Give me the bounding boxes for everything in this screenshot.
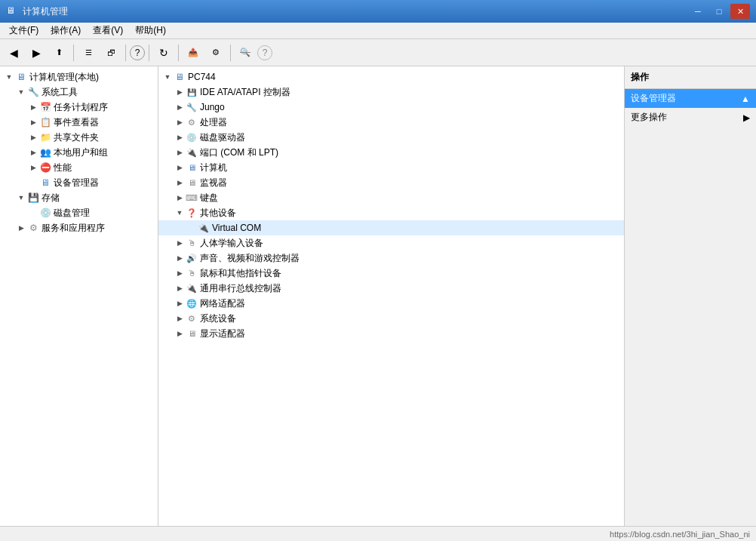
toggle-computer[interactable]: ▶ — [174, 161, 186, 174]
export-button[interactable]: 📤 — [183, 42, 204, 63]
left-root-label: 计算机管理(本地) — [29, 71, 99, 84]
status-url: https://blog.csdn.net/3hi_jian_Shao_ni — [610, 530, 750, 539]
toggle-devmgr[interactable] — [27, 177, 39, 189]
toggle-proc[interactable]: ▶ — [174, 116, 186, 128]
options-button[interactable]: ⚙ — [205, 42, 226, 63]
toggle-netadpt[interactable]: ▶ — [174, 297, 186, 309]
help-button-2[interactable]: ? — [257, 45, 272, 60]
other-icon: ❓ — [186, 207, 198, 219]
left-services[interactable]: ▶ ⚙ 服务和应用程序 — [0, 220, 158, 235]
center-usb[interactable]: ▶ 🔌 通用串行总线控制器 — [158, 281, 624, 296]
toggle-tasks[interactable]: ▶ — [27, 101, 39, 113]
center-display[interactable]: ▶ 🖥 显示适配器 — [158, 326, 624, 341]
center-monitor-label: 监视器 — [200, 177, 227, 189]
toggle-shares[interactable]: ▶ — [27, 131, 39, 143]
center-diskdrv[interactable]: ▶ 💿 磁盘驱动器 — [158, 130, 624, 145]
toggle-sysdev[interactable]: ▶ — [174, 312, 186, 324]
center-monitor[interactable]: ▶ 🖥 监视器 — [158, 175, 624, 190]
left-shares[interactable]: ▶ 📁 共享文件夹 — [0, 130, 158, 145]
console-button[interactable]: 🗗 — [100, 42, 121, 63]
center-computer-label: 计算机 — [200, 161, 227, 174]
more-actions-button[interactable]: 更多操作 ▶ — [625, 108, 756, 127]
left-perf[interactable]: ▶ ⛔ 性能 — [0, 160, 158, 175]
toggle-perf[interactable]: ▶ — [27, 161, 39, 174]
center-netadpt[interactable]: ▶ 🌐 网络适配器 — [158, 296, 624, 311]
left-tasks-label: 任务计划程序 — [54, 101, 108, 114]
forward-button[interactable]: ▶ — [26, 42, 47, 63]
center-port-label: 端口 (COM 和 LPT) — [200, 146, 278, 159]
toggle-diskmgr[interactable] — [27, 207, 39, 219]
hid-icon: 🖱 — [186, 237, 198, 249]
minimize-button[interactable]: ─ — [688, 4, 708, 19]
toggle-services[interactable]: ▶ — [15, 222, 27, 234]
left-localusers[interactable]: ▶ 👥 本地用户和组 — [0, 145, 158, 160]
menu-help[interactable]: 帮助(H) — [129, 23, 172, 38]
up-button[interactable]: ⬆ — [48, 42, 69, 63]
devmgr-icon: 🖥 — [39, 177, 51, 189]
right-panel-header: 操作 — [625, 66, 756, 89]
center-jungo[interactable]: ▶ 🔧 Jungo — [158, 100, 624, 115]
center-virtualcom[interactable]: 🔌 Virtual COM — [158, 220, 624, 235]
toggle-virtualcom — [186, 222, 198, 234]
center-sound[interactable]: ▶ 🔊 声音、视频和游戏控制器 — [158, 251, 624, 266]
center-port[interactable]: ▶ 🔌 端口 (COM 和 LPT) — [158, 145, 624, 160]
computer2-icon: 🖥 — [186, 161, 198, 174]
toggle-storage[interactable]: ▼ — [15, 192, 27, 204]
center-proc[interactable]: ▶ ⚙ 处理器 — [158, 115, 624, 130]
main-container: ▼ 🖥 计算机管理(本地) ▼ 🔧 系统工具 ▶ 📅 任务计划程序 ▶ 📋 事件… — [0, 66, 756, 526]
toggle-mouse[interactable]: ▶ — [174, 267, 186, 279]
center-sysdev[interactable]: ▶ ⚙ 系统设备 — [158, 311, 624, 326]
left-diskmgr-label: 磁盘管理 — [54, 207, 90, 220]
center-hid[interactable]: ▶ 🖱 人体学输入设备 — [158, 235, 624, 251]
toggle-center-root[interactable]: ▼ — [161, 71, 174, 83]
left-diskmgr[interactable]: 💿 磁盘管理 — [0, 205, 158, 220]
menu-action[interactable]: 操作(A) — [45, 23, 87, 38]
toggle-systools[interactable]: ▼ — [15, 86, 27, 98]
left-storage[interactable]: ▼ 💾 存储 — [0, 190, 158, 205]
toggle-localusers[interactable]: ▶ — [27, 146, 39, 158]
back-button[interactable]: ◀ — [3, 42, 24, 63]
left-tree-root[interactable]: ▼ 🖥 计算机管理(本地) — [0, 69, 158, 85]
ide-icon: 💾 — [186, 86, 198, 98]
toggle-monitor[interactable]: ▶ — [174, 177, 186, 189]
center-computer[interactable]: ▶ 🖥 计算机 — [158, 160, 624, 175]
show-hide-button[interactable]: ☰ — [78, 42, 99, 63]
computer-icon: 🖥 — [15, 71, 27, 83]
close-button[interactable]: ✕ — [730, 4, 750, 19]
center-ide[interactable]: ▶ 💾 IDE ATA/ATAPI 控制器 — [158, 85, 624, 100]
title-controls: ─ □ ✕ — [688, 4, 750, 19]
toggle-root[interactable]: ▼ — [3, 71, 15, 83]
left-events[interactable]: ▶ 📋 事件查看器 — [0, 115, 158, 130]
proc-icon: ⚙ — [186, 116, 198, 128]
monitor-icon: 🖥 — [186, 177, 198, 189]
toggle-jungo[interactable]: ▶ — [174, 101, 186, 113]
center-keyboard[interactable]: ▶ ⌨ 键盘 — [158, 190, 624, 205]
center-mouse[interactable]: ▶ 🖱 鼠标和其他指针设备 — [158, 266, 624, 281]
storage-icon: 💾 — [27, 192, 39, 204]
toggle-events[interactable]: ▶ — [27, 116, 39, 128]
left-systools[interactable]: ▼ 🔧 系统工具 — [0, 85, 158, 100]
refresh-button[interactable]: ↻ — [153, 42, 174, 63]
center-usb-label: 通用串行总线控制器 — [200, 282, 281, 295]
toggle-display[interactable]: ▶ — [174, 327, 186, 340]
props-button[interactable]: 🔍 — [235, 42, 256, 63]
left-devmgr[interactable]: 🖥 设备管理器 — [0, 175, 158, 190]
left-tasks[interactable]: ▶ 📅 任务计划程序 — [0, 100, 158, 115]
toggle-diskdrv[interactable]: ▶ — [174, 131, 186, 143]
menu-file[interactable]: 文件(F) — [3, 23, 45, 38]
toggle-sound[interactable]: ▶ — [174, 252, 186, 264]
toggle-port[interactable]: ▶ — [174, 146, 186, 158]
toggle-keyboard[interactable]: ▶ — [174, 192, 186, 204]
toggle-usb[interactable]: ▶ — [174, 282, 186, 294]
devmgr-action-button[interactable]: 设备管理器 ▲ — [625, 89, 756, 108]
toggle-ide[interactable]: ▶ — [174, 86, 186, 98]
help-button-1[interactable]: ? — [130, 45, 145, 60]
usb-icon: 🔌 — [186, 282, 198, 294]
center-other-label: 其他设备 — [200, 207, 236, 220]
toggle-other[interactable]: ▼ — [174, 207, 186, 219]
center-root[interactable]: ▼ 🖥 PC744 — [158, 69, 624, 85]
menu-view[interactable]: 查看(V) — [87, 23, 129, 38]
maximize-button[interactable]: □ — [709, 4, 729, 19]
toggle-hid[interactable]: ▶ — [174, 237, 186, 249]
center-other[interactable]: ▼ ❓ 其他设备 — [158, 205, 624, 220]
